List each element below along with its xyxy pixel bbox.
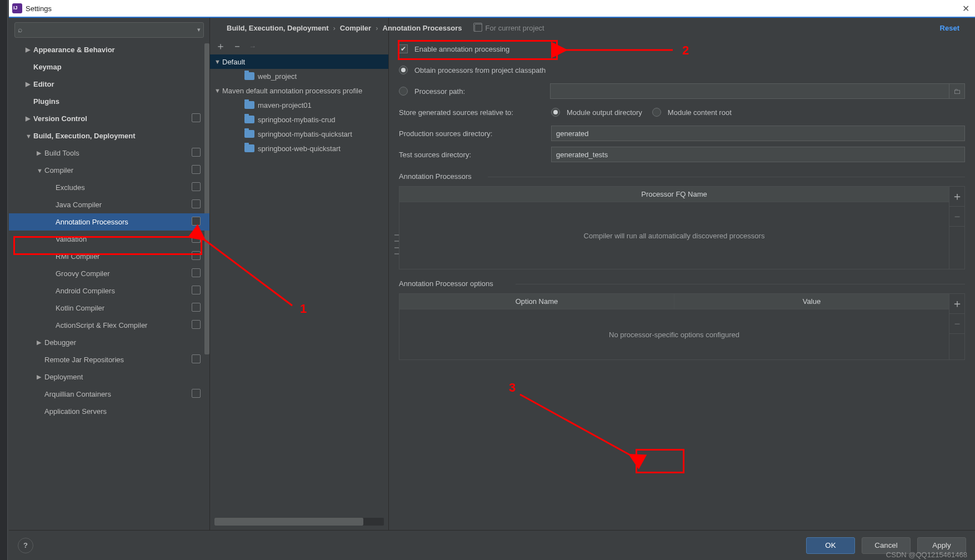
tree-row[interactable]: springboot-web-quickstart xyxy=(210,141,388,156)
options-section-label: Annotation Processor options xyxy=(399,279,965,288)
tree-label: Default xyxy=(222,58,245,66)
chevron-down-icon[interactable]: ▾ xyxy=(197,26,201,33)
tree-row[interactable]: maven-project01 xyxy=(210,98,388,112)
nav-item-build-execution-deployment[interactable]: Build, Execution, Deployment xyxy=(9,127,209,144)
nav-label: Version Control xyxy=(33,114,87,123)
crumb-1[interactable]: Build, Execution, Deployment xyxy=(227,24,328,32)
scope-icon xyxy=(193,183,201,191)
scope-icon xyxy=(193,304,201,312)
splitter-handle[interactable] xyxy=(394,234,399,254)
nav-item-build-tools[interactable]: Build Tools xyxy=(9,144,209,162)
nav-item-deployment[interactable]: Deployment xyxy=(9,368,209,386)
expand-icon xyxy=(26,133,33,139)
nav-label: Groovy Compiler xyxy=(56,269,110,278)
nav-item-version-control[interactable]: Version Control xyxy=(9,110,209,127)
test-dir-row: Test sources directory: xyxy=(399,147,965,162)
close-icon[interactable]: ✕ xyxy=(959,2,972,14)
processor-path-label: Processor path: xyxy=(414,87,543,96)
ok-button[interactable]: OK xyxy=(806,537,855,554)
profiles-toolbar: ＋ － → xyxy=(210,38,388,54)
scope-icon xyxy=(193,269,201,277)
folder-icon xyxy=(244,144,254,152)
nav-label: Java Compiler xyxy=(56,201,102,209)
folder-icon xyxy=(244,101,254,109)
nav-item-android-compilers[interactable]: Android Compilers xyxy=(9,282,209,299)
processors-table[interactable]: Processor FQ Name Compiler will run all … xyxy=(399,186,949,269)
nav-item-groovy-compiler[interactable]: Groovy Compiler xyxy=(9,265,209,282)
tree-label: web_project xyxy=(258,72,297,81)
options-table-wrap: Option Name Value No processor-specific … xyxy=(399,293,965,360)
nav-item-annotation-processors[interactable]: Annotation Processors xyxy=(9,213,209,231)
tree-row[interactable]: springboot-mybatis-crud xyxy=(210,112,388,127)
crumb-2[interactable]: Compiler xyxy=(340,24,371,32)
processor-path-radio[interactable] xyxy=(399,87,408,96)
nav-item-rmi-compiler[interactable]: RMI Compiler xyxy=(9,248,209,265)
add-processor-button[interactable]: ＋ xyxy=(949,187,964,207)
add-option-button[interactable]: ＋ xyxy=(949,294,964,314)
remove-option-button[interactable]: － xyxy=(949,314,964,334)
remove-profile-button[interactable]: － xyxy=(232,39,241,53)
nav-item-plugins[interactable]: Plugins xyxy=(9,93,209,110)
nav-label: Annotation Processors xyxy=(56,218,128,226)
options-empty: No processor-specific options configured xyxy=(399,309,949,359)
nav-item-arquillian-containers[interactable]: Arquillian Containers xyxy=(9,386,209,403)
nav-item-java-compiler[interactable]: Java Compiler xyxy=(9,196,209,213)
test-dir-input[interactable] xyxy=(551,147,965,162)
profiles-panel: ＋ － → Defaultweb_projectMaven default an… xyxy=(210,18,389,530)
move-right-icon: → xyxy=(249,42,256,51)
expand-icon xyxy=(37,339,44,346)
obtain-classpath-label: Obtain processors from project classpath xyxy=(414,66,546,74)
tree-row[interactable]: springboot-mybatis-quickstart xyxy=(210,127,388,141)
module-output-radio[interactable] xyxy=(551,108,560,117)
nav-item-debugger[interactable]: Debugger xyxy=(9,334,209,351)
prod-dir-input[interactable] xyxy=(551,126,965,141)
browse-folder-icon[interactable]: 🗀 xyxy=(949,83,965,99)
help-button[interactable]: ? xyxy=(18,538,33,553)
options-table[interactable]: Option Name Value No processor-specific … xyxy=(399,293,949,360)
crumb-3: Annotation Processors xyxy=(383,24,462,32)
scope-icon xyxy=(193,252,201,260)
tree-row[interactable]: web_project xyxy=(210,69,388,83)
enable-row: ✔ Enable annotation processing xyxy=(399,41,965,57)
remove-processor-button[interactable]: － xyxy=(949,207,964,227)
options-ops: ＋ － xyxy=(949,293,965,360)
nav-item-appearance-behavior[interactable]: Appearance & Behavior xyxy=(9,41,209,58)
chevron-right-icon: › xyxy=(333,24,335,32)
scope-icon xyxy=(193,356,201,363)
processors-ops: ＋ － xyxy=(949,186,965,269)
scope-icon xyxy=(193,114,201,122)
nav-label: Compiler xyxy=(44,166,73,174)
app-icon xyxy=(12,3,22,13)
processors-th: Processor FQ Name xyxy=(399,187,949,202)
enable-annotation-checkbox[interactable]: ✔ xyxy=(399,44,408,53)
search-input[interactable] xyxy=(14,22,204,38)
nav-item-remote-jar-repositories[interactable]: Remote Jar Repositories xyxy=(9,351,209,368)
module-content-radio[interactable] xyxy=(652,108,661,117)
nav-item-kotlin-compiler[interactable]: Kotlin Compiler xyxy=(9,299,209,317)
tree-row[interactable]: Maven default annotation processors prof… xyxy=(210,83,388,98)
profiles-tree[interactable]: Defaultweb_projectMaven default annotati… xyxy=(210,54,388,516)
processor-path-input[interactable] xyxy=(550,83,949,99)
nav-label: Application Servers xyxy=(44,407,107,416)
nav-item-excludes[interactable]: Excludes xyxy=(9,179,209,196)
tree-row[interactable]: Default xyxy=(210,54,388,69)
reset-link[interactable]: Reset xyxy=(940,24,959,32)
prod-dir-row: Production sources directory: xyxy=(399,126,965,141)
obtain-row: Obtain processors from project classpath xyxy=(399,62,965,78)
nav-item-compiler[interactable]: Compiler xyxy=(9,162,209,179)
obtain-classpath-radio[interactable] xyxy=(399,66,408,74)
nav-item-validation[interactable]: Validation xyxy=(9,231,209,248)
expand-icon xyxy=(37,373,44,381)
profiles-hscroll[interactable] xyxy=(214,518,384,526)
test-dir-label: Test sources directory: xyxy=(399,151,544,159)
tree-label: springboot-mybatis-crud xyxy=(258,116,335,124)
expand-icon xyxy=(26,81,33,88)
add-profile-button[interactable]: ＋ xyxy=(216,39,224,53)
scope-icon xyxy=(193,321,201,329)
settings-nav[interactable]: Appearance & BehaviorKeymapEditorPlugins… xyxy=(9,41,209,530)
nav-item-editor[interactable]: Editor xyxy=(9,76,209,93)
nav-label: Build, Execution, Deployment xyxy=(33,132,135,140)
nav-item-actionscript-flex-compiler[interactable]: ActionScript & Flex Compiler xyxy=(9,317,209,334)
nav-item-keymap[interactable]: Keymap xyxy=(9,58,209,76)
nav-item-application-servers[interactable]: Application Servers xyxy=(9,403,209,420)
